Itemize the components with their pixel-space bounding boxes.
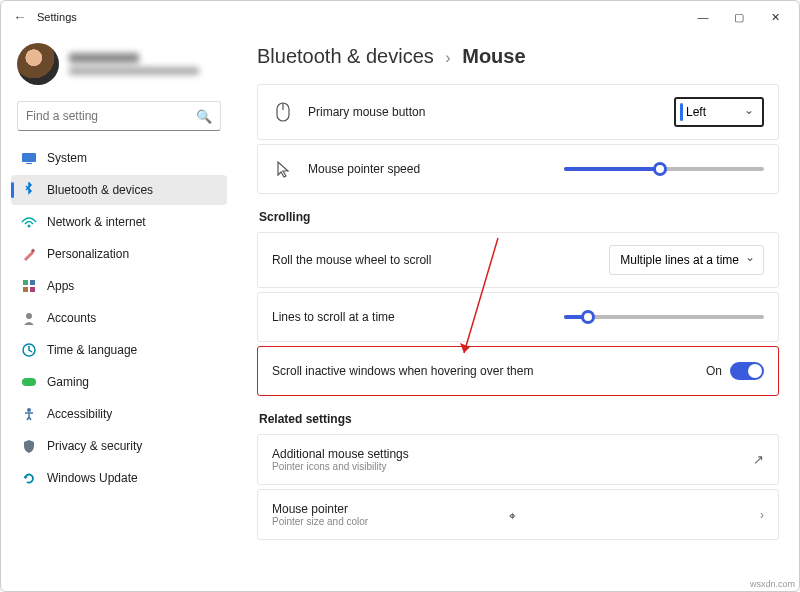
privacy-icon xyxy=(21,438,37,454)
additional-label: Additional mouse settings xyxy=(272,447,409,461)
pointer-speed-row: Mouse pointer speed xyxy=(257,144,779,194)
chevron-right-icon: › xyxy=(445,49,450,66)
bluetooth-icon xyxy=(21,182,37,198)
svg-rect-1 xyxy=(26,163,32,164)
svg-rect-4 xyxy=(23,280,28,285)
network-icon xyxy=(21,214,37,230)
accounts-icon xyxy=(21,310,37,326)
system-icon xyxy=(21,150,37,166)
sidebar-item-network[interactable]: Network & internet xyxy=(11,207,227,237)
maximize-button[interactable]: ▢ xyxy=(721,4,757,30)
sidebar-item-system[interactable]: System xyxy=(11,143,227,173)
watermark: wsxdn.com xyxy=(750,579,795,589)
gaming-icon xyxy=(21,374,37,390)
mouse-pointer-sub: Pointer size and color xyxy=(272,516,368,527)
time-icon xyxy=(21,342,37,358)
breadcrumb-current: Mouse xyxy=(462,45,525,67)
profile[interactable] xyxy=(11,39,227,97)
mouse-pointer-label: Mouse pointer xyxy=(272,502,368,516)
pointer-speed-label: Mouse pointer speed xyxy=(308,162,420,176)
close-button[interactable]: ✕ xyxy=(757,4,793,30)
sidebar-item-label: Apps xyxy=(47,279,74,293)
nav: System Bluetooth & devices Network & int… xyxy=(11,143,227,493)
back-button[interactable]: ← xyxy=(7,4,33,30)
mouse-pointer-row[interactable]: Mouse pointer Pointer size and color › xyxy=(257,489,779,540)
search-box[interactable]: 🔍 xyxy=(17,101,221,131)
avatar xyxy=(17,43,59,85)
svg-rect-7 xyxy=(30,287,35,292)
titlebar: ← Settings — ▢ ✕ xyxy=(1,1,799,33)
accessibility-icon xyxy=(21,406,37,422)
svg-rect-10 xyxy=(22,378,36,386)
svg-rect-5 xyxy=(30,280,35,285)
lines-slider[interactable] xyxy=(564,315,764,319)
breadcrumb-parent[interactable]: Bluetooth & devices xyxy=(257,45,434,67)
search-icon: 🔍 xyxy=(196,109,212,124)
personalization-icon xyxy=(21,246,37,262)
window-title: Settings xyxy=(37,11,77,23)
sidebar-item-label: Privacy & security xyxy=(47,439,142,453)
settings-window: ← Settings — ▢ ✕ 🔍 Syst xyxy=(0,0,800,592)
primary-mouse-button-row: Primary mouse button Left xyxy=(257,84,779,140)
apps-icon xyxy=(21,278,37,294)
profile-text xyxy=(69,53,199,75)
roll-wheel-select[interactable]: Multiple lines at a time xyxy=(609,245,764,275)
sidebar-item-accounts[interactable]: Accounts xyxy=(11,303,227,333)
additional-sub: Pointer icons and visibility xyxy=(272,461,409,472)
chevron-right-icon: › xyxy=(760,508,764,522)
sidebar: 🔍 System Bluetooth & devices Network & i… xyxy=(1,33,237,591)
roll-wheel-label: Roll the mouse wheel to scroll xyxy=(272,253,431,267)
breadcrumb: Bluetooth & devices › Mouse xyxy=(257,45,779,68)
minimize-button[interactable]: — xyxy=(685,4,721,30)
sidebar-item-label: Network & internet xyxy=(47,215,146,229)
window-controls: — ▢ ✕ xyxy=(685,4,793,30)
sidebar-item-label: Gaming xyxy=(47,375,89,389)
sidebar-item-label: System xyxy=(47,151,87,165)
sidebar-item-label: Accounts xyxy=(47,311,96,325)
sidebar-item-label: Accessibility xyxy=(47,407,112,421)
sidebar-item-privacy[interactable]: Privacy & security xyxy=(11,431,227,461)
sidebar-item-apps[interactable]: Apps xyxy=(11,271,227,301)
sidebar-item-label: Bluetooth & devices xyxy=(47,183,153,197)
primary-button-label: Primary mouse button xyxy=(308,105,425,119)
sidebar-item-update[interactable]: Windows Update xyxy=(11,463,227,493)
cursor-icon xyxy=(272,160,294,178)
toggle-state-label: On xyxy=(706,364,722,378)
mouse-icon xyxy=(272,102,294,122)
additional-mouse-settings-row[interactable]: Additional mouse settings Pointer icons … xyxy=(257,434,779,485)
sidebar-item-label: Personalization xyxy=(47,247,129,261)
svg-rect-0 xyxy=(22,153,36,162)
sidebar-item-time[interactable]: Time & language xyxy=(11,335,227,365)
sidebar-item-gaming[interactable]: Gaming xyxy=(11,367,227,397)
sidebar-item-label: Time & language xyxy=(47,343,137,357)
update-icon xyxy=(21,470,37,486)
sidebar-item-label: Windows Update xyxy=(47,471,138,485)
scroll-inactive-label: Scroll inactive windows when hovering ov… xyxy=(272,364,533,378)
scrolling-section-header: Scrolling xyxy=(259,210,779,224)
roll-wheel-row: Roll the mouse wheel to scroll Multiple … xyxy=(257,232,779,288)
svg-point-8 xyxy=(26,313,32,319)
svg-point-2 xyxy=(28,225,31,228)
svg-point-11 xyxy=(27,408,31,412)
pointer-speed-slider[interactable] xyxy=(564,167,764,171)
scroll-inactive-row: Scroll inactive windows when hovering ov… xyxy=(257,346,779,396)
external-link-icon: ↗ xyxy=(753,452,764,467)
sidebar-item-personalization[interactable]: Personalization xyxy=(11,239,227,269)
sidebar-item-bluetooth[interactable]: Bluetooth & devices xyxy=(11,175,227,205)
search-input[interactable] xyxy=(26,109,196,123)
content: Bluetooth & devices › Mouse Primary mous… xyxy=(237,33,799,591)
svg-rect-6 xyxy=(23,287,28,292)
lines-label: Lines to scroll at a time xyxy=(272,310,395,324)
sidebar-item-accessibility[interactable]: Accessibility xyxy=(11,399,227,429)
primary-button-select[interactable]: Left xyxy=(674,97,764,127)
related-section-header: Related settings xyxy=(259,412,779,426)
scroll-inactive-toggle[interactable] xyxy=(730,362,764,380)
lines-at-a-time-row: Lines to scroll at a time xyxy=(257,292,779,342)
